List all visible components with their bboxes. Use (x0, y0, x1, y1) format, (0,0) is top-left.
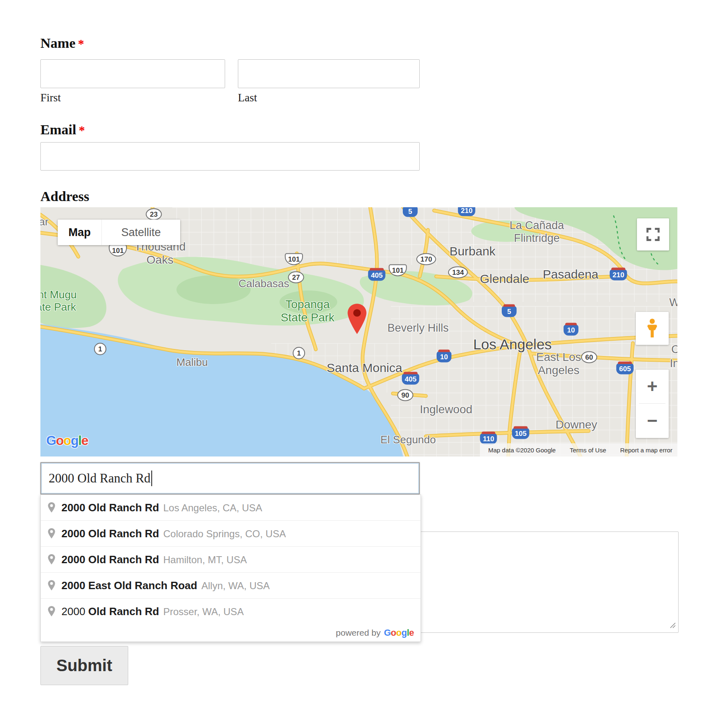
route-shield: 110 (480, 433, 497, 445)
map-city-label: Inglewood (420, 403, 472, 416)
map-city-label: In (670, 357, 677, 370)
route-shield: 10 (437, 351, 451, 363)
last-name-input[interactable] (238, 59, 420, 88)
page: Name* First Last Email* Address (0, 0, 719, 728)
route-shield: 210 (458, 207, 475, 216)
powered-by-google: powered by Google (41, 624, 421, 641)
route-shield: 10 (564, 325, 578, 336)
autocomplete-item-text: 2000 East Old Ranch RoadAllyn, WA, USA (61, 579, 270, 592)
textarea-resize-handle[interactable] (669, 621, 676, 629)
autocomplete-item-text: 2000 Old Ranch RdHamilton, MT, USA (61, 553, 247, 566)
route-shield: 27 (288, 272, 304, 283)
location-pin-icon (47, 579, 56, 592)
map-city-label: La Cañada Flintridge (510, 219, 564, 245)
powered-by-text: powered by (336, 628, 381, 638)
google-logo-letter: l (78, 433, 81, 448)
email-label-text: Email (40, 122, 76, 137)
route-shield: 405 (402, 374, 419, 385)
map-type-control: Map Satellite (58, 220, 180, 245)
autocomplete-item[interactable]: 2000 Old Ranch RdLos Angeles, CA, USA (41, 495, 421, 520)
location-pin-icon (47, 553, 56, 566)
google-logo[interactable]: Google (46, 433, 88, 448)
autocomplete-item-text: 2000 Old Ranch RdLos Angeles, CA, USA (61, 501, 262, 514)
route-shield: 210 (610, 269, 627, 281)
map-city-label: C (671, 343, 677, 356)
map-city-label: ar (40, 216, 49, 228)
map-type-map-button[interactable]: Map (58, 220, 101, 245)
autocomplete-item[interactable]: 2000 Old Ranch RdColorado Springs, CO, U… (41, 520, 421, 546)
map-type-satellite-button[interactable]: Satellite (101, 220, 180, 245)
google-logo-letter: e (409, 627, 414, 638)
report-map-error-link[interactable]: Report a map error (620, 447, 672, 454)
route-shield: 1 (293, 347, 305, 359)
map-data-copyright: Map data ©2020 Google (488, 447, 556, 454)
google-logo-small: Google (384, 627, 414, 638)
last-name-sublabel: Last (238, 91, 257, 104)
autocomplete-item-text: 2000 Old Ranch RdProsser, WA, USA (61, 605, 244, 618)
google-logo-letter: o (396, 627, 402, 638)
address-label: Address (40, 189, 89, 204)
google-map[interactable]: arThousand OaksCalabasasTopanga State Pa… (40, 207, 677, 456)
route-shield: 5 (502, 306, 517, 317)
address-input[interactable]: 2000 Old Ranch Rd (40, 462, 420, 494)
route-shield: 170 (416, 253, 436, 265)
location-pin-icon (47, 605, 56, 618)
zoom-out-button[interactable]: − (636, 404, 669, 438)
route-shield: 60 (581, 351, 597, 363)
google-logo-letter: o (391, 627, 396, 638)
map-city-label: El Segundo (381, 434, 436, 446)
autocomplete-item[interactable]: 2000 Old Ranch RdHamilton, MT, USA (41, 546, 421, 572)
route-shield: 90 (397, 389, 414, 401)
map-city-label: Downey (555, 418, 597, 431)
location-pin-icon (47, 501, 56, 514)
map-city-label: Pasadena (543, 267, 598, 282)
first-name-input[interactable] (40, 59, 225, 88)
email-required-asterisk: * (79, 123, 85, 137)
map-city-label: East Los Angeles (536, 351, 581, 377)
zoom-control: + − (636, 370, 669, 438)
fullscreen-icon (646, 227, 660, 242)
autocomplete-item-text: 2000 Old Ranch RdColorado Springs, CO, U… (61, 527, 286, 540)
email-label: Email* (40, 122, 85, 138)
name-label-text: Name (40, 35, 75, 51)
map-city-label: W (669, 296, 677, 309)
email-input[interactable] (40, 142, 420, 171)
map-city-label: Beverly Hills (388, 322, 449, 335)
map-city-label: Burbank (449, 244, 496, 259)
name-required-asterisk: * (78, 37, 84, 50)
route-shield: 134 (448, 267, 468, 279)
google-logo-letter: g (402, 627, 407, 638)
text-cursor (151, 471, 152, 486)
first-name-sublabel: First (40, 91, 61, 104)
autocomplete-dropdown: 2000 Old Ranch RdLos Angeles, CA, USA 20… (40, 494, 421, 642)
map-city-label: int Mugu ate Park (40, 289, 77, 314)
pegman-control[interactable] (636, 312, 669, 345)
google-logo-letter: G (46, 433, 56, 448)
route-shield: 605 (616, 363, 634, 375)
terms-of-use-link[interactable]: Terms of Use (570, 447, 606, 454)
google-logo-letter: G (384, 627, 391, 638)
autocomplete-list: 2000 Old Ranch RdLos Angeles, CA, USA 20… (41, 495, 421, 624)
map-attribution: Map data ©2020 Google Terms of Use Repor… (480, 443, 677, 456)
map-city-label: Glendale (480, 272, 529, 286)
autocomplete-item[interactable]: 2000 East Old Ranch RoadAllyn, WA, USA (41, 572, 421, 598)
map-marker-pin-icon (346, 303, 368, 335)
autocomplete-item[interactable]: 2000 Old Ranch RdProsser, WA, USA (41, 598, 421, 624)
route-shield: 23 (146, 208, 162, 220)
map-city-label: Malibu (176, 356, 208, 369)
map-city-label: Topanga State Park (281, 298, 335, 324)
route-shield: 405 (368, 270, 385, 281)
submit-button[interactable]: Submit (40, 646, 128, 685)
fullscreen-button[interactable] (637, 218, 669, 250)
google-logo-letter: o (63, 433, 70, 448)
google-logo-letter: e (81, 433, 88, 448)
map-city-label: Calabasas (239, 278, 289, 290)
comments-textarea[interactable] (417, 531, 679, 633)
name-label: Name* (40, 35, 84, 51)
route-shield: 105 (512, 428, 529, 439)
pegman-icon (643, 318, 661, 339)
google-logo-letter: g (70, 433, 78, 448)
zoom-in-button[interactable]: + (636, 370, 669, 403)
location-pin-icon (47, 527, 56, 540)
google-logo-letter: o (56, 433, 63, 448)
